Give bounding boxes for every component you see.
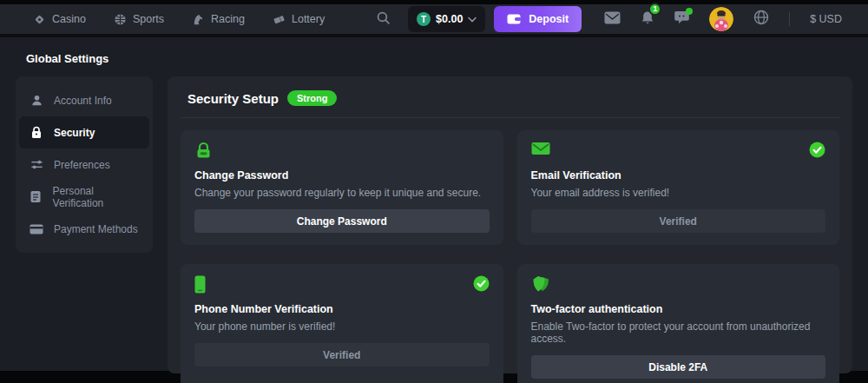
- card-description: Enable Two-factor to protect your accoun…: [531, 320, 826, 345]
- card-title: Email Verification: [531, 169, 826, 182]
- user-avatar[interactable]: [709, 7, 733, 31]
- nav-item-lottery[interactable]: Lottery: [266, 8, 332, 31]
- racing-icon: [192, 13, 205, 26]
- panel-divider: [181, 117, 839, 118]
- verified-check-icon: [473, 275, 490, 292]
- disable-2fa-button[interactable]: Disable 2FA: [531, 355, 826, 379]
- app-window: Casino Sports Racing Lottery: [0, 0, 868, 383]
- deposit-label: Deposit: [529, 13, 569, 25]
- currency-label: $ USD: [810, 13, 842, 25]
- chat-icon[interactable]: [674, 10, 689, 28]
- phone-verification-card: Phone Number Verification Your phone num…: [181, 264, 503, 383]
- phone-icon: [194, 275, 206, 294]
- id-document-icon: [30, 190, 43, 203]
- page-title: Global Settings: [16, 37, 852, 76]
- sliders-icon: [30, 158, 43, 171]
- sidebar-item-label: Personal Verification: [53, 185, 139, 209]
- chat-online-dot: [686, 8, 693, 15]
- sidebar-item-account-info[interactable]: Account Info: [19, 84, 149, 116]
- currency-selector[interactable]: $ USD: [810, 13, 842, 25]
- security-cards-grid: Change Password Change your password reg…: [181, 130, 839, 383]
- sidebar-item-label: Payment Methods: [54, 223, 138, 235]
- topbar-right: T $0.00 Deposit 1: [372, 6, 842, 32]
- primary-nav: Casino Sports Racing Lottery: [26, 8, 332, 31]
- sidebar-item-label: Security: [54, 127, 95, 139]
- topbar-icon-cluster: 1 $ USD: [604, 7, 842, 31]
- nav-item-casino[interactable]: Casino: [26, 8, 93, 31]
- card-title: Two-factor authentication: [531, 303, 826, 315]
- nav-label: Lottery: [292, 13, 325, 25]
- credit-card-icon: [30, 224, 43, 234]
- globe-language-icon[interactable]: [753, 10, 769, 29]
- user-icon: [30, 94, 43, 107]
- balance-selector[interactable]: T $0.00: [408, 6, 485, 32]
- sidebar-item-payment-methods[interactable]: Payment Methods: [19, 213, 149, 245]
- change-password-card: Change Password Change your password reg…: [181, 130, 503, 245]
- two-factor-card: Two-factor authentication Enable Two-fac…: [517, 264, 840, 383]
- card-description: Change your password regularly to keep i…: [194, 187, 490, 199]
- sidebar-item-personal-verification[interactable]: Personal Verification: [19, 181, 149, 213]
- verified-check-icon: [809, 142, 825, 158]
- nav-label: Sports: [133, 13, 164, 25]
- lock-icon: [30, 126, 43, 139]
- sidebar-item-security[interactable]: Security: [19, 116, 149, 149]
- security-strength-badge: Strong: [287, 90, 337, 106]
- chevron-down-icon: [468, 17, 477, 23]
- email-verified-button: Verified: [531, 209, 826, 233]
- nav-item-sports[interactable]: Sports: [107, 8, 171, 31]
- search-icon[interactable]: [372, 7, 394, 32]
- nav-label: Racing: [211, 13, 245, 25]
- notifications-bell-icon[interactable]: 1: [641, 10, 654, 29]
- nav-item-racing[interactable]: Racing: [185, 8, 252, 31]
- card-description: Your phone number is verified!: [194, 320, 490, 333]
- panel-title: Security Setup: [187, 91, 279, 106]
- sports-icon: [114, 13, 127, 26]
- nav-label: Casino: [52, 13, 86, 25]
- sidebar-item-label: Account Info: [54, 95, 112, 107]
- notification-count-badge: 1: [648, 3, 661, 16]
- balance-amount: $0.00: [436, 13, 463, 25]
- email-verification-card: Email Verification Your email address is…: [517, 130, 840, 245]
- casino-icon: [33, 13, 46, 26]
- phone-verified-button: Verified: [194, 343, 490, 366]
- card-title: Change Password: [194, 169, 490, 182]
- wallet-icon: [507, 13, 522, 25]
- tether-coin-icon: T: [417, 12, 431, 26]
- sidebar-item-preferences[interactable]: Preferences: [19, 149, 149, 181]
- mail-icon[interactable]: [604, 11, 621, 28]
- card-title: Phone Number Verification: [194, 303, 490, 315]
- change-password-button[interactable]: Change Password: [194, 209, 490, 233]
- topbar: Casino Sports Racing Lottery: [0, 4, 868, 37]
- padlock-icon: [194, 142, 213, 160]
- content-area: Global Settings Account Info Security: [0, 37, 868, 371]
- sidebar-item-label: Preferences: [54, 159, 110, 171]
- topbar-divider: [789, 12, 790, 26]
- card-description: Your email address is verified!: [531, 187, 826, 199]
- envelope-icon: [531, 142, 550, 155]
- shield-icon: [531, 275, 550, 294]
- lottery-icon: [273, 13, 286, 26]
- security-setup-panel: Security Setup Strong Change Password Ch…: [168, 76, 852, 373]
- deposit-button[interactable]: Deposit: [494, 6, 582, 32]
- settings-sidebar: Account Info Security Preferences: [16, 76, 153, 253]
